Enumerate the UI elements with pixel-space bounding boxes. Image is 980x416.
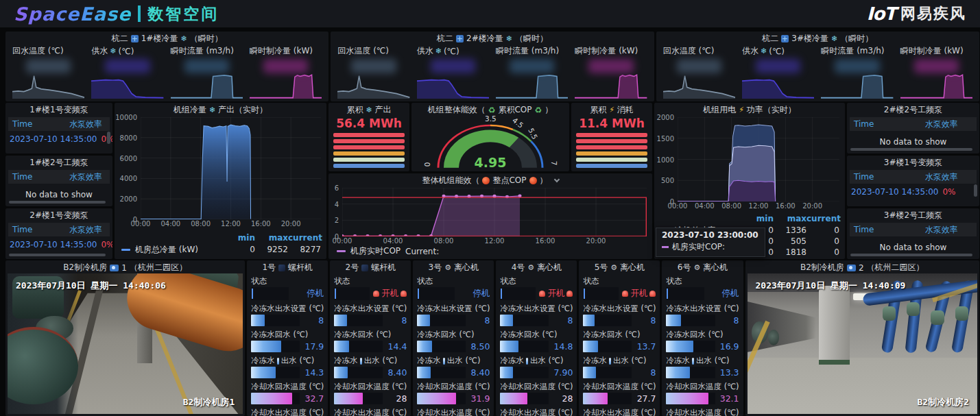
column-header-time[interactable]: Time: [8, 172, 65, 182]
column-header-efficiency[interactable]: 水泵效率: [65, 119, 110, 130]
column-header-efficiency[interactable]: 水泵效率: [921, 171, 977, 183]
horizontal-scrollbar[interactable]: [850, 254, 972, 256]
horizontal-scrollbar[interactable]: [9, 254, 106, 256]
cell-time: 2023-07-10 14:35:00: [850, 187, 938, 197]
camera-panel-1: B2制冷机房 1 （杭州二园区）: [5, 260, 245, 416]
metric-cell: 回水温度 (℃): [337, 46, 409, 99]
axis-tick: 2000: [657, 114, 674, 121]
top-bar: SpaceEase 数智空间 IoT 网易疾风: [0, 0, 980, 27]
metric-value: 28: [386, 393, 407, 404]
building-panel: 杭二 3#楼冷量 ❄ （瞬时） 回水温度 (℃): [656, 32, 979, 101]
building-icon: [781, 35, 789, 42]
status-bar: [666, 287, 704, 300]
column-header-time[interactable]: Time: [850, 225, 921, 234]
metric-cell: 回水温度 (℃): [12, 46, 84, 99]
thermometer-icon: [526, 358, 528, 365]
chart-legend[interactable]: 机房实时COP Current:: [337, 245, 439, 257]
scene-pillar: [819, 286, 850, 365]
status-bar: [334, 287, 370, 300]
accumulated-consumption-value: 11.4 MWh: [576, 117, 647, 130]
axis-tick: 1500: [657, 134, 674, 142]
accumulated-consumption-panel: 累积 ⚡ 消耗 11.4 MWh: [571, 103, 652, 171]
machine-title: 5号 ⚙ 离心机: [579, 260, 660, 273]
metric-cell: 瞬时制冷量 (kW): [250, 46, 322, 99]
metric-value: 8.50: [469, 341, 490, 352]
column-header-time[interactable]: Time: [850, 119, 921, 129]
bar-gauge: [666, 315, 715, 326]
scene-pump: [768, 330, 780, 345]
status-label: 状态: [583, 276, 656, 286]
sparkline: [821, 73, 893, 99]
vendor-name: 网易疾风: [900, 3, 966, 24]
bar-gauge: [583, 315, 632, 326]
column-header-efficiency[interactable]: 水泵效率: [921, 119, 977, 130]
column-header-time[interactable]: Time: [850, 172, 921, 182]
camera-feed[interactable]: 2023年07月10日 星期一 14:40:06 B2制冷机房1: [8, 273, 243, 414]
status-bar: [417, 287, 455, 300]
column-header-time[interactable]: Time: [8, 119, 65, 129]
metric-value: 8.40: [469, 367, 490, 378]
chart-plot[interactable]: [342, 188, 647, 236]
metric-label: 冷冻水出水设置 (℃): [500, 304, 573, 314]
table-header: Time 水泵效率: [850, 117, 977, 131]
gauge: 0 3.5 4.5 5.5 7 4.95: [418, 117, 562, 170]
metric-value: 7.90: [552, 367, 573, 378]
axis-tick: 04:00: [383, 237, 403, 245]
censored-value: [588, 59, 633, 73]
axis-tick: 12:00: [749, 202, 769, 210]
axis-tick: 00:00: [131, 220, 151, 228]
stat-current: 0: [806, 225, 839, 235]
machine-name: 4号: [512, 262, 525, 273]
metric-value: 14.8: [552, 341, 573, 352]
censored-value: [431, 59, 475, 73]
metric-label: 瞬时制冷量 (kW): [250, 46, 322, 56]
horizontal-scrollbar[interactable]: [9, 201, 106, 204]
metric-label: 冷却水出水温度 (℃): [583, 408, 656, 416]
accumulated-output-value: 56.4 MWh: [333, 117, 405, 130]
bar-gauge: [583, 393, 632, 404]
metric-label: 冷冻水出水 (℃): [583, 356, 656, 366]
axis-tick: 04:00: [695, 202, 715, 210]
middle-column: 累积 ❄ 产出 56.4 MWh 机组整体能效（ ♻ 累积COP ♻: [328, 103, 652, 259]
metric-cell: 瞬时流量 (m3/h): [171, 46, 243, 99]
axis-tick: 20:00: [281, 220, 301, 228]
snowflake-icon: ❄: [506, 34, 512, 43]
building-icon: [131, 35, 139, 42]
metric-label: 瞬时流量 (m3/h): [171, 46, 243, 56]
chart-tooltip: 2023-07-10 23:00:00 机房实时COP:: [656, 228, 765, 257]
chevron-down-icon[interactable]: [553, 177, 559, 182]
machine-columns: 1号 螺杆机 状态 停机: [247, 260, 743, 416]
chart-plot[interactable]: [678, 117, 839, 201]
vertical-scrollbar[interactable]: [107, 132, 110, 144]
axis-tick: 8000: [120, 134, 137, 141]
snowflake-icon: ❄: [831, 34, 837, 43]
table-row: 2023-07-10 14:35:00 0%: [850, 184, 977, 200]
camera-feed[interactable]: 2023年07月10日 星期一 14:40:09 B2制冷机房2: [748, 273, 977, 414]
status-notch: [335, 289, 336, 299]
vertical-scrollbar[interactable]: [974, 184, 977, 197]
axis-tick: 04:00: [160, 220, 180, 228]
metric-cell: 供水 ❄ (℃): [417, 46, 489, 99]
sparkline: [417, 73, 489, 99]
axis-tick: 00:00: [668, 202, 688, 210]
column-header-efficiency[interactable]: 水泵效率: [921, 224, 977, 236]
series-swatch: [662, 246, 669, 248]
panel-title: 杭二 3#楼冷量 ❄ （瞬时）: [656, 32, 979, 44]
bar-gauge: [666, 367, 715, 378]
column-header-time[interactable]: Time: [8, 225, 65, 234]
gauge-stripe: [576, 164, 647, 168]
metric-cell: 回水温度 (℃): [663, 46, 735, 99]
legend-stats-header: min max current: [121, 233, 321, 244]
stat-current: 0: [806, 247, 839, 257]
column-header-efficiency[interactable]: 水泵效率: [65, 171, 110, 183]
metric-label: 冷冻水出水 (℃): [251, 356, 324, 366]
title-suffix: （瞬时）: [515, 33, 548, 45]
column-header-efficiency[interactable]: 水泵效率: [65, 224, 110, 236]
brand-cn: 数智空间: [147, 3, 219, 25]
axis-tick: 08:00: [191, 220, 211, 228]
chart-plot[interactable]: [141, 117, 321, 219]
alarm-clock-icon: [529, 177, 537, 184]
horizontal-scrollbar[interactable]: [850, 148, 972, 151]
bar-gauge: [500, 367, 549, 378]
axis-tick: 4: [335, 200, 339, 208]
